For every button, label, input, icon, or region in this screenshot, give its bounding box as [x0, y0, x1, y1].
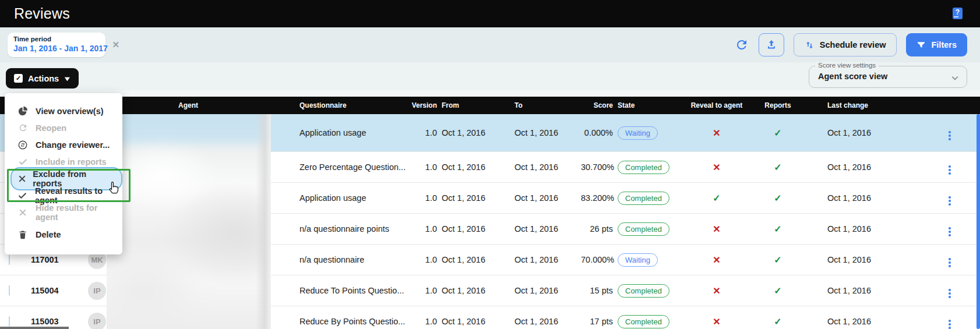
version-cell: 1.0: [410, 162, 437, 172]
reports-cell: ✓: [743, 316, 812, 327]
from-cell: Oct 1, 2016: [437, 286, 510, 295]
toolbar-actions: Schedule review Filters: [734, 33, 967, 56]
help-icon[interactable]: ?: [953, 8, 963, 19]
menu-item-view-overview-s[interactable]: View overview(s): [5, 102, 122, 119]
cross-icon: ✕: [713, 286, 720, 296]
avatar-cell: IP: [82, 313, 114, 329]
score-cell: 70.000%: [581, 255, 613, 264]
filters-button[interactable]: Filters: [906, 33, 967, 56]
score-cell: 17 pts: [581, 317, 613, 326]
reports-cell: ✓: [743, 162, 812, 173]
time-period-chip[interactable]: Time period Jan 1, 2016 - Jan 1, 2017 ✕: [8, 33, 105, 57]
agent-id: 115004: [26, 286, 82, 295]
column-header-reveal: Reveal to agent: [690, 101, 743, 109]
menu-item-label: Reopen: [36, 123, 66, 133]
column-header-reports: Reports: [743, 101, 812, 109]
refresh-icon[interactable]: [734, 37, 749, 52]
row-actions-cell: [900, 126, 980, 140]
kebab-menu-icon[interactable]: [949, 320, 951, 329]
version-cell: 1.0: [410, 193, 437, 203]
from-cell: Oct 1, 2016: [437, 193, 510, 203]
check-icon: ✓: [774, 255, 781, 265]
row-checkbox[interactable]: [9, 316, 10, 327]
row-actions-cell: [900, 314, 980, 329]
kebab-menu-icon[interactable]: [949, 165, 951, 175]
column-header-questionnaire: Questionnaire: [295, 101, 410, 109]
funnel-icon: [916, 40, 926, 49]
actions-toolbar: ✓ Actions ▼ Score view settings Agent sc…: [0, 62, 980, 90]
kebab-menu-icon[interactable]: [949, 131, 951, 140]
column-header-state: State: [613, 101, 690, 109]
vertical-scrollbar[interactable]: [977, 114, 980, 329]
last-change-cell: Oct 1, 2016: [812, 224, 900, 234]
from-cell: Oct 1, 2016: [437, 224, 510, 234]
row-actions-cell: [900, 160, 980, 175]
table-row: Application usage1.0Oct 1, 2016Oct 1, 20…: [0, 183, 980, 214]
last-change-cell: Oct 1, 2016: [812, 162, 900, 172]
score-view-select[interactable]: Score view settings Agent score view: [809, 66, 967, 88]
cross-icon: ✕: [713, 224, 720, 234]
time-period-value: Jan 1, 2016 - Jan 1, 2017: [13, 43, 100, 54]
cross-icon: ✕: [713, 255, 720, 265]
row-checkbox[interactable]: [9, 285, 10, 296]
check-icon: [17, 157, 28, 167]
kebab-menu-icon[interactable]: [949, 196, 951, 206]
table-row: 117001MKn/a questionnaire1.0Oct 1, 2016O…: [0, 245, 980, 275]
filters-label: Filters: [931, 40, 957, 49]
reveal-to-agent-cell: ✓: [690, 193, 743, 204]
menu-item-reopen: Reopen: [5, 119, 122, 136]
table-row: Zero Percentage Question...1.0Oct 1, 201…: [0, 152, 980, 183]
actions-label: Actions: [28, 74, 59, 83]
reveal-to-agent-cell: ✕: [690, 162, 743, 173]
state-cell: Completed: [613, 315, 690, 328]
from-cell: Oct 1, 2016: [437, 162, 510, 172]
state-badge: Completed: [618, 192, 669, 205]
chevron-down-icon: ▼: [63, 75, 72, 82]
menu-item-label: Include in reports: [36, 157, 107, 167]
page-title: Reviews: [14, 5, 70, 22]
state-badge: Completed: [618, 315, 669, 328]
cross-icon: ✕: [713, 128, 720, 138]
kebab-menu-icon[interactable]: [949, 227, 951, 236]
kebab-menu-icon[interactable]: [949, 289, 951, 298]
reports-cell: ✓: [743, 224, 812, 235]
from-cell: Oct 1, 2016: [437, 128, 510, 137]
reveal-to-agent-cell: ✕: [690, 285, 743, 296]
to-cell: Oct 1, 2016: [510, 286, 581, 295]
state-cell: Completed: [613, 161, 690, 174]
reviews-table: AgentQuestionnaireVersionFromToScoreStat…: [0, 97, 980, 329]
kebab-menu-icon[interactable]: [949, 258, 951, 267]
to-cell: Oct 1, 2016: [510, 162, 581, 172]
close-icon[interactable]: ✕: [112, 40, 119, 50]
column-header-score: Score: [581, 101, 613, 109]
chevron-down-icon: [950, 73, 960, 83]
checkbox-icon: ✓: [14, 74, 23, 83]
table-header: AgentQuestionnaireVersionFromToScoreStat…: [0, 97, 980, 114]
reports-cell: ✓: [743, 254, 812, 266]
table-row: 115003IPReduce By Points Questio...1.0Oc…: [0, 306, 980, 329]
horizontal-scrollbar[interactable]: [0, 327, 69, 329]
menu-item-change-reviewer[interactable]: Change reviewer...: [5, 136, 122, 153]
avatar-cell: IP: [82, 282, 114, 300]
state-badge: Completed: [618, 284, 669, 298]
last-change-cell: Oct 1, 2016: [812, 193, 900, 203]
version-cell: 1.0: [410, 317, 437, 326]
agent-id: 115003: [26, 317, 82, 326]
version-cell: 1.0: [410, 255, 437, 264]
last-change-cell: Oct 1, 2016: [812, 317, 900, 326]
table-row: Application usage1.0Oct 1, 2016Oct 1, 20…: [0, 114, 980, 152]
table-row: n/a questionnaire points1.0Oct 1, 2016Oc…: [0, 214, 980, 245]
row-checkbox[interactable]: [9, 254, 10, 265]
to-cell: Oct 1, 2016: [510, 128, 581, 137]
actions-button[interactable]: ✓ Actions ▼: [6, 68, 79, 89]
menu-item-hide-results-for-agent: Hide results for agent: [5, 204, 122, 221]
export-button[interactable]: [759, 33, 784, 56]
schedule-review-button[interactable]: Schedule review: [794, 33, 897, 56]
score-cell: 83.200%: [581, 193, 613, 203]
annotation-highlight-box: [7, 169, 131, 202]
row-select-cell: [0, 317, 26, 326]
to-cell: Oct 1, 2016: [510, 224, 581, 234]
menu-item-delete[interactable]: Delete: [5, 226, 122, 243]
state-cell: Completed: [613, 222, 690, 236]
refresh-icon: [17, 123, 28, 133]
